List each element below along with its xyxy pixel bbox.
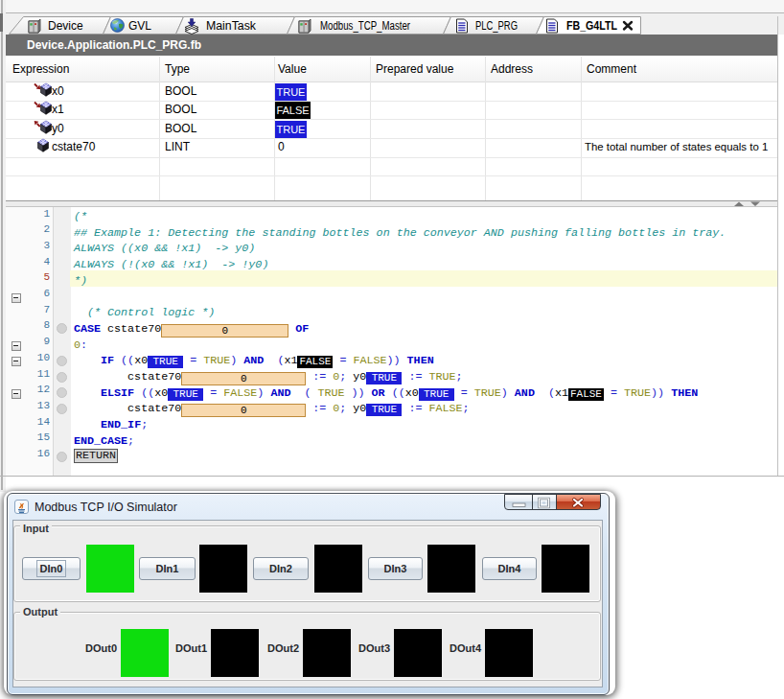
- svg-text:Modbus_TCP_Master: Modbus_TCP_Master: [320, 19, 410, 33]
- svg-text:PLC_PRG: PLC_PRG: [475, 19, 518, 33]
- svg-text:FB_G4LTL: FB_G4LTL: [566, 19, 617, 33]
- svg-text:MainTask: MainTask: [206, 19, 257, 33]
- svg-text:GVL: GVL: [128, 19, 151, 33]
- svg-text:Device: Device: [48, 19, 83, 33]
